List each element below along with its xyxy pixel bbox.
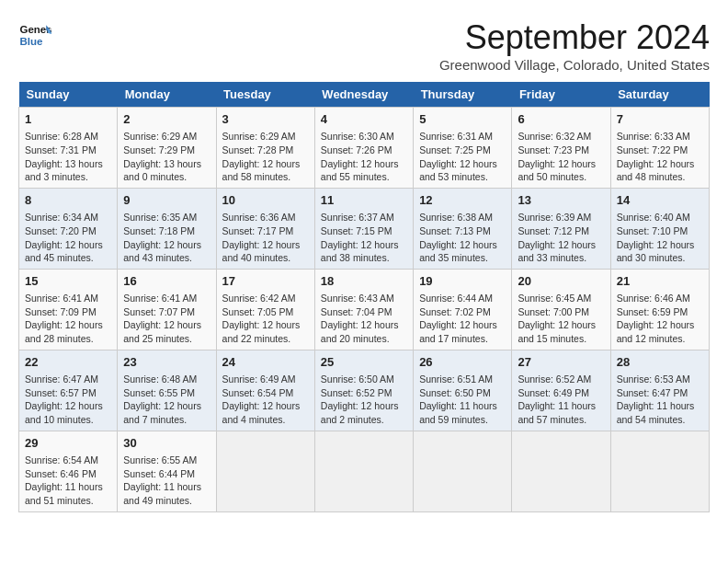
day-number: 22: [25, 354, 111, 371]
day-number: 19: [419, 273, 506, 290]
weekday-header-wednesday: Wednesday: [314, 82, 413, 108]
day-number: 17: [222, 273, 309, 290]
page-header: General Blue September 2024 Greenwood Vi…: [18, 18, 710, 73]
day-number: 1: [25, 111, 111, 128]
day-number: 6: [518, 111, 604, 128]
weekday-header-saturday: Saturday: [610, 82, 709, 108]
day-number: 16: [123, 273, 210, 290]
day-cell-content: Sunrise: 6:38 AM Sunset: 7:13 PM Dayligh…: [419, 211, 506, 265]
day-number: 26: [419, 354, 506, 371]
day-number: 11: [321, 192, 407, 209]
weekday-header-thursday: Thursday: [414, 82, 512, 108]
weekday-header-friday: Friday: [512, 82, 610, 108]
day-cell-content: Sunrise: 6:34 AM Sunset: 7:20 PM Dayligh…: [25, 211, 111, 265]
day-cell-content: Sunrise: 6:54 AM Sunset: 6:46 PM Dayligh…: [25, 454, 111, 508]
calendar-cell: 14 Sunrise: 6:40 AM Sunset: 7:10 PM Dayl…: [610, 188, 709, 269]
day-cell-content: Sunrise: 6:28 AM Sunset: 7:31 PM Dayligh…: [25, 130, 111, 184]
weekday-header-tuesday: Tuesday: [216, 82, 314, 108]
day-number: 30: [123, 435, 210, 452]
day-cell-content: Sunrise: 6:35 AM Sunset: 7:18 PM Dayligh…: [123, 211, 210, 265]
day-cell-content: Sunrise: 6:41 AM Sunset: 7:07 PM Dayligh…: [123, 292, 210, 346]
day-number: 27: [518, 354, 604, 371]
day-number: 7: [617, 111, 703, 128]
day-cell-content: Sunrise: 6:43 AM Sunset: 7:04 PM Dayligh…: [321, 292, 407, 346]
day-cell-content: Sunrise: 6:44 AM Sunset: 7:02 PM Dayligh…: [419, 292, 506, 346]
day-number: 15: [25, 273, 111, 290]
calendar-week-4: 22 Sunrise: 6:47 AM Sunset: 6:57 PM Dayl…: [19, 350, 710, 431]
location-subtitle: Greenwood Village, Colorado, United Stat…: [439, 57, 710, 73]
day-cell-content: Sunrise: 6:51 AM Sunset: 6:50 PM Dayligh…: [419, 373, 506, 427]
day-cell-content: Sunrise: 6:53 AM Sunset: 6:47 PM Dayligh…: [617, 373, 703, 427]
day-cell-content: Sunrise: 6:31 AM Sunset: 7:25 PM Dayligh…: [419, 130, 506, 184]
calendar-cell: 23 Sunrise: 6:48 AM Sunset: 6:55 PM Dayl…: [118, 350, 216, 431]
calendar-cell: 26 Sunrise: 6:51 AM Sunset: 6:50 PM Dayl…: [414, 350, 512, 431]
calendar-cell: 7 Sunrise: 6:33 AM Sunset: 7:22 PM Dayli…: [610, 108, 709, 189]
calendar-cell: 18 Sunrise: 6:43 AM Sunset: 7:04 PM Dayl…: [314, 269, 413, 350]
calendar-week-1: 1 Sunrise: 6:28 AM Sunset: 7:31 PM Dayli…: [19, 108, 710, 189]
day-number: 9: [123, 192, 210, 209]
calendar-cell: 15 Sunrise: 6:41 AM Sunset: 7:09 PM Dayl…: [19, 269, 118, 350]
day-cell-content: Sunrise: 6:30 AM Sunset: 7:26 PM Dayligh…: [321, 130, 407, 184]
day-number: 4: [321, 111, 407, 128]
day-number: 21: [617, 273, 703, 290]
calendar-cell: 30 Sunrise: 6:55 AM Sunset: 6:44 PM Dayl…: [118, 431, 216, 511]
logo: General Blue: [18, 18, 55, 52]
day-cell-content: Sunrise: 6:49 AM Sunset: 6:54 PM Dayligh…: [222, 373, 309, 427]
day-number: 29: [25, 435, 111, 452]
calendar-cell: 1 Sunrise: 6:28 AM Sunset: 7:31 PM Dayli…: [19, 108, 118, 189]
day-cell-content: Sunrise: 6:40 AM Sunset: 7:10 PM Dayligh…: [617, 211, 703, 265]
weekday-header-sunday: Sunday: [19, 82, 118, 108]
day-number: 3: [222, 111, 309, 128]
calendar-cell: 19 Sunrise: 6:44 AM Sunset: 7:02 PM Dayl…: [414, 269, 512, 350]
day-cell-content: Sunrise: 6:29 AM Sunset: 7:28 PM Dayligh…: [222, 130, 309, 184]
calendar-cell: 13 Sunrise: 6:39 AM Sunset: 7:12 PM Dayl…: [512, 188, 610, 269]
day-number: 8: [25, 192, 111, 209]
day-cell-content: Sunrise: 6:32 AM Sunset: 7:23 PM Dayligh…: [518, 130, 604, 184]
calendar-cell: 10 Sunrise: 6:36 AM Sunset: 7:17 PM Dayl…: [216, 188, 314, 269]
calendar-cell: 24 Sunrise: 6:49 AM Sunset: 6:54 PM Dayl…: [216, 350, 314, 431]
day-number: 20: [518, 273, 604, 290]
calendar-cell: 29 Sunrise: 6:54 AM Sunset: 6:46 PM Dayl…: [19, 431, 118, 511]
calendar-week-3: 15 Sunrise: 6:41 AM Sunset: 7:09 PM Dayl…: [19, 269, 710, 350]
day-cell-content: Sunrise: 6:37 AM Sunset: 7:15 PM Dayligh…: [321, 211, 407, 265]
day-number: 13: [518, 192, 604, 209]
calendar-cell: 6 Sunrise: 6:32 AM Sunset: 7:23 PM Dayli…: [512, 108, 610, 189]
day-cell-content: Sunrise: 6:39 AM Sunset: 7:12 PM Dayligh…: [518, 211, 604, 265]
day-number: 5: [419, 111, 506, 128]
logo-icon: General Blue: [18, 18, 51, 52]
calendar-cell: 16 Sunrise: 6:41 AM Sunset: 7:07 PM Dayl…: [118, 269, 216, 350]
day-cell-content: Sunrise: 6:55 AM Sunset: 6:44 PM Dayligh…: [123, 454, 210, 508]
calendar-week-5: 29 Sunrise: 6:54 AM Sunset: 6:46 PM Dayl…: [19, 431, 710, 511]
day-number: 23: [123, 354, 210, 371]
calendar-cell: 20 Sunrise: 6:45 AM Sunset: 7:00 PM Dayl…: [512, 269, 610, 350]
calendar-cell: 22 Sunrise: 6:47 AM Sunset: 6:57 PM Dayl…: [19, 350, 118, 431]
calendar-cell: 27 Sunrise: 6:52 AM Sunset: 6:49 PM Dayl…: [512, 350, 610, 431]
calendar-cell: 25 Sunrise: 6:50 AM Sunset: 6:52 PM Dayl…: [314, 350, 413, 431]
day-cell-content: Sunrise: 6:36 AM Sunset: 7:17 PM Dayligh…: [222, 211, 309, 265]
day-number: 2: [123, 111, 210, 128]
weekday-header-row: SundayMondayTuesdayWednesdayThursdayFrid…: [19, 82, 710, 108]
day-number: 12: [419, 192, 506, 209]
day-cell-content: Sunrise: 6:52 AM Sunset: 6:49 PM Dayligh…: [518, 373, 604, 427]
calendar-table: SundayMondayTuesdayWednesdayThursdayFrid…: [18, 82, 710, 512]
calendar-cell: 17 Sunrise: 6:42 AM Sunset: 7:05 PM Dayl…: [216, 269, 314, 350]
calendar-cell: [314, 431, 413, 511]
calendar-cell: [512, 431, 610, 511]
day-number: 14: [617, 192, 703, 209]
day-cell-content: Sunrise: 6:46 AM Sunset: 6:59 PM Dayligh…: [617, 292, 703, 346]
month-title: September 2024: [439, 18, 710, 57]
svg-text:Blue: Blue: [19, 36, 43, 47]
day-cell-content: Sunrise: 6:42 AM Sunset: 7:05 PM Dayligh…: [222, 292, 309, 346]
calendar-cell: 2 Sunrise: 6:29 AM Sunset: 7:29 PM Dayli…: [118, 108, 216, 189]
day-cell-content: Sunrise: 6:29 AM Sunset: 7:29 PM Dayligh…: [123, 130, 210, 184]
day-cell-content: Sunrise: 6:45 AM Sunset: 7:00 PM Dayligh…: [518, 292, 604, 346]
day-cell-content: Sunrise: 6:33 AM Sunset: 7:22 PM Dayligh…: [617, 130, 703, 184]
weekday-header-monday: Monday: [118, 82, 216, 108]
day-cell-content: Sunrise: 6:48 AM Sunset: 6:55 PM Dayligh…: [123, 373, 210, 427]
calendar-cell: 11 Sunrise: 6:37 AM Sunset: 7:15 PM Dayl…: [314, 188, 413, 269]
day-cell-content: Sunrise: 6:41 AM Sunset: 7:09 PM Dayligh…: [25, 292, 111, 346]
day-number: 10: [222, 192, 309, 209]
calendar-cell: 28 Sunrise: 6:53 AM Sunset: 6:47 PM Dayl…: [610, 350, 709, 431]
day-number: 24: [222, 354, 309, 371]
calendar-cell: 9 Sunrise: 6:35 AM Sunset: 7:18 PM Dayli…: [118, 188, 216, 269]
